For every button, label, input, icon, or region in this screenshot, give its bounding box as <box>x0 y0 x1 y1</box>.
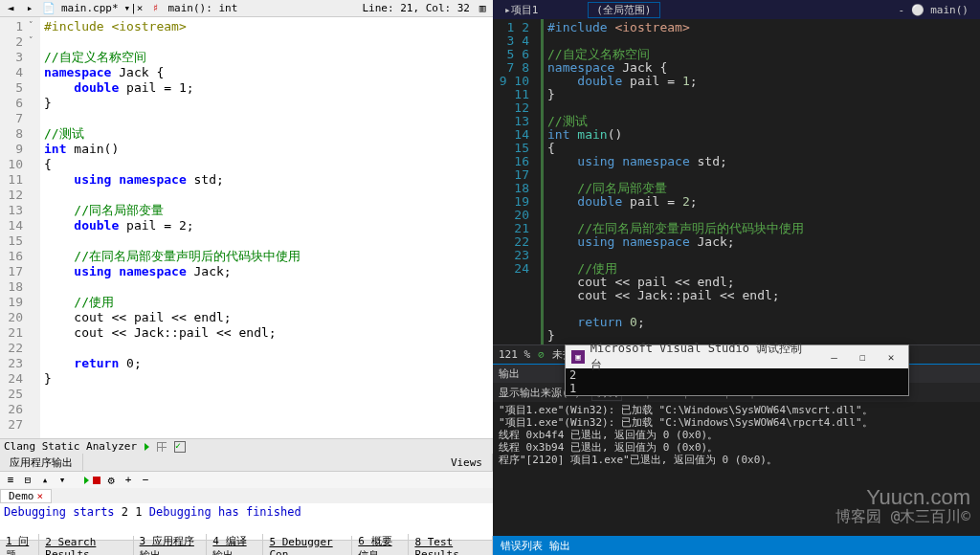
vs-icon: ▣ <box>571 350 585 364</box>
tab-views[interactable]: Views <box>441 454 493 471</box>
btab-search[interactable]: 2 Search Results <box>39 536 133 556</box>
maximize-button[interactable]: ☐ <box>852 347 875 366</box>
btab-appout[interactable]: 3 应用程序输出 <box>134 534 208 556</box>
btab-problems[interactable]: 1 问题 <box>0 534 39 556</box>
tab-project[interactable]: ▸ 项目1 <box>493 0 549 19</box>
close-icon[interactable]: × <box>37 490 44 502</box>
expand-icon[interactable]: ▾|× <box>124 2 144 14</box>
left-ide-panel: ◄ ▸ 📄 main.cpp* ▾|× ♯ main(): int Line: … <box>0 0 493 555</box>
cursor-position: Line: 21, Col: 32 <box>362 2 470 14</box>
left-gutter: 1 2 3 4 5 6 7 8 9 10 11 12 13 14 15 16 1… <box>0 17 29 438</box>
right-code[interactable]: #include <iostream> //自定义名称空间 namespace … <box>541 19 808 344</box>
right-toolbar: ▸ 项目1 (全局范围) - ⚪ main() <box>493 0 980 19</box>
stop-icon[interactable] <box>93 477 100 484</box>
scope-dropdown[interactable]: (全局范围) <box>588 2 659 18</box>
run-icon[interactable] <box>145 443 149 451</box>
file-crumb[interactable]: main.cpp* <box>61 2 119 14</box>
ok-icon: ⊘ <box>538 348 545 361</box>
btab-debugger[interactable]: 5 Debugger Con… <box>263 536 352 556</box>
list-icon[interactable]: ≡ <box>4 474 17 487</box>
left-bottom-bar: 1 问题 2 Search Results 3 应用程序输出 4 编译输出 5 … <box>0 540 493 555</box>
btab-test[interactable]: 8 Test Results <box>409 536 493 556</box>
gear-icon[interactable]: ⚙ <box>104 474 118 487</box>
console-title: Microsoft Visual Studio 调试控制台 <box>590 341 812 373</box>
right-gutter: 1 2 3 4 5 6 7 8 9 10 11 12 13 14 15 16 1… <box>493 19 541 344</box>
btab-summary[interactable]: 6 概要信息 <box>352 534 409 556</box>
left-editor[interactable]: 1 2 3 4 5 6 7 8 9 10 11 12 13 14 15 16 1… <box>0 17 493 438</box>
close-button[interactable]: ✕ <box>880 347 902 366</box>
right-ide-panel: ▸ 项目1 (全局范围) - ⚪ main() 1 2 3 4 5 6 7 8 … <box>493 0 980 555</box>
left-fold[interactable]: ˅ ˅ <box>29 17 40 438</box>
down-icon[interactable]: ▾ <box>56 474 69 487</box>
console-titlebar[interactable]: ▣ Microsoft Visual Studio 调试控制台 — ☐ ✕ <box>566 345 908 368</box>
tab-app-output[interactable]: 应用程序输出 <box>0 454 83 471</box>
left-out-toolbar: ≡ ⊟ ▴ ▾ ⚙ + − <box>0 471 493 488</box>
file-icon: 📄 <box>42 2 56 15</box>
play-icon[interactable] <box>84 477 89 484</box>
tab-demo[interactable]: Demo× <box>0 489 52 503</box>
back-icon[interactable]: ◄ <box>4 2 17 15</box>
minus-icon[interactable]: − <box>139 474 152 487</box>
right-editor[interactable]: 1 2 3 4 5 6 7 8 9 10 11 12 13 14 15 16 1… <box>493 19 980 344</box>
plus-icon[interactable]: + <box>122 474 135 487</box>
left-toolbar: ◄ ▸ 📄 main.cpp* ▾|× ♯ main(): int Line: … <box>0 0 493 17</box>
zoom-pct[interactable]: 121 % <box>499 348 530 361</box>
left-statusbar: Clang Static Analyzer <box>0 438 493 454</box>
minimize-button[interactable]: — <box>823 347 846 366</box>
btab-compile[interactable]: 4 编译输出 <box>207 534 263 556</box>
analyzer-label: Clang Static Analyzer <box>4 440 137 453</box>
fwd-icon[interactable]: ▸ <box>23 2 36 15</box>
collapse-icon[interactable]: ⊟ <box>21 474 34 487</box>
grid-icon[interactable] <box>157 442 167 452</box>
debug-console-window[interactable]: ▣ Microsoft Visual Studio 调试控制台 — ☐ ✕ 2 … <box>565 344 909 396</box>
right-statusbar[interactable]: 错误列表 输出 <box>493 536 980 555</box>
fn-selector[interactable]: main() <box>930 4 969 16</box>
left-code[interactable]: #include <iostream> //自定义名称空间 namespace … <box>40 17 304 438</box>
demo-tabstrip: Demo× <box>0 488 493 503</box>
split-icon[interactable]: ▥ <box>476 2 489 15</box>
watermark: Yuucn.com 博客园 @木三百川© <box>835 488 970 526</box>
up-icon[interactable]: ▴ <box>38 474 52 487</box>
fn-crumb[interactable]: main(): int <box>167 2 237 14</box>
left-out-tabs: 应用程序输出 Views <box>0 454 493 471</box>
fn-icon: ♯ <box>148 2 162 15</box>
check-icon[interactable] <box>174 441 186 453</box>
